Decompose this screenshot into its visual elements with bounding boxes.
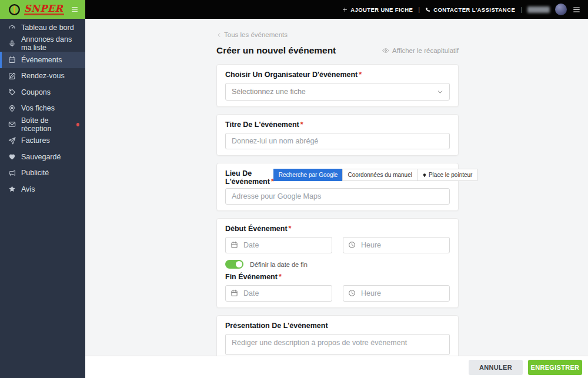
- sidebar-item-label: Tableau de bord: [21, 24, 74, 32]
- location-card: Lieu De L'événement* Recherche par Googl…: [216, 163, 459, 211]
- cancel-button[interactable]: ANNULER: [469, 360, 523, 375]
- sidebar-item-boite-de-reception[interactable]: Boîte de réception: [0, 116, 85, 133]
- end-date-toggle[interactable]: [225, 260, 243, 269]
- clock-icon: [348, 289, 356, 297]
- sidebar-item-label: Boîte de réception: [21, 116, 71, 133]
- end-event-label: Fin Événement*: [225, 273, 450, 281]
- sidebar-item-publicite[interactable]: Publicité: [0, 165, 85, 182]
- organizer-card: Choisir Un Organisateur D'événement* Sél…: [216, 64, 459, 107]
- organizer-select-value: Sélectionnez une fiche: [232, 88, 306, 96]
- sidebar-item-label: Avis: [21, 185, 35, 193]
- contact-support-label: CONTACTER L'ASSISTANCE: [433, 6, 515, 13]
- start-date-input[interactable]: [225, 237, 332, 253]
- organizer-label: Choisir Un Organisateur D'événement*: [225, 71, 450, 79]
- sidebar-item-rendez-vous[interactable]: Rendez-vous: [0, 68, 85, 85]
- required-asterisk: *: [289, 225, 292, 233]
- sidebar-item-tableau-de-bord[interactable]: Tableau de bord: [0, 19, 85, 36]
- phone-icon: [425, 7, 430, 12]
- location-tab-label: Coordonnées du manuel: [348, 172, 412, 178]
- sidebar-menu-icon[interactable]: [71, 6, 79, 13]
- heart-icon: [8, 153, 16, 160]
- add-listing-button[interactable]: AJOUTER UNE FICHE: [342, 6, 413, 13]
- event-title-input[interactable]: [225, 133, 450, 149]
- show-summary-toggle[interactable]: Afficher le récapitulatif: [382, 47, 459, 54]
- eye-icon: [382, 47, 389, 54]
- paper-plane-icon: [8, 137, 16, 145]
- calendar-icon: [230, 289, 238, 297]
- user-avatar[interactable]: [555, 4, 567, 15]
- calendar-icon: [8, 56, 16, 63]
- sidebar-item-label: Rendez-vous: [21, 72, 65, 80]
- megaphone-icon: [8, 169, 16, 177]
- description-label: Présentation De L'événement: [225, 322, 450, 330]
- location-tab-coordonnees-du-manuel[interactable]: Coordonnées du manuel: [342, 169, 417, 181]
- start-time-input[interactable]: [343, 237, 450, 253]
- chevron-down-icon: [437, 89, 443, 95]
- sidebar-item-coupons[interactable]: Coupons: [0, 84, 85, 101]
- sidebar-item-label: Événements: [21, 56, 62, 64]
- app-window: SNPER AJOUTER UNE FICHE | CONTACTER L'AS…: [0, 0, 588, 378]
- end-date-toggle-label: Définir la date de fin: [250, 261, 308, 268]
- location-address-input[interactable]: [225, 188, 450, 205]
- location-label: Lieu De L'événement*: [225, 169, 274, 186]
- start-event-label: Début Événement*: [225, 225, 450, 233]
- sidebar-item-label: Factures: [21, 136, 50, 145]
- sidebar-item-label: Publicité: [21, 169, 49, 177]
- chevron-left-icon: [216, 32, 222, 38]
- username-redacted: [527, 6, 550, 13]
- page-header: Créer un nouvel événement Afficher le ré…: [216, 45, 459, 56]
- sidebar-item-sauvegarde[interactable]: Sauvegardé: [0, 149, 85, 165]
- brand-emblem-icon: [8, 4, 21, 16]
- location-tab-recherche-par-google[interactable]: Recherche par Google: [273, 169, 343, 181]
- brand-name: SNPER: [24, 4, 64, 13]
- end-date-toggle-row: Définir la date de fin: [225, 260, 450, 269]
- calendar-icon: [230, 241, 238, 249]
- pin-icon: [422, 172, 427, 178]
- brand-logo: SNPER: [0, 0, 85, 19]
- tag-icon: [8, 88, 16, 96]
- sidebar-item-annonces-dans-ma-liste[interactable]: Annonces dans ma liste: [0, 36, 85, 52]
- form-action-bar: ANNULER ENREGISTRER: [85, 356, 588, 378]
- sidebar-item-evenements[interactable]: Événements: [0, 52, 85, 68]
- clock-icon: [348, 241, 356, 249]
- envelope-icon: [8, 121, 16, 128]
- brand-tagline: [24, 14, 64, 15]
- location-tab-place-le-pointeur[interactable]: Place le pointeur: [417, 169, 478, 181]
- microphone-icon: [8, 40, 16, 48]
- organizer-select[interactable]: Sélectionnez une fiche: [225, 83, 450, 101]
- unread-badge: [76, 123, 79, 126]
- location-tab-label: Place le pointeur: [429, 172, 473, 178]
- sidebar-nav: Tableau de bordAnnonces dans ma listeÉvé…: [0, 19, 85, 378]
- contact-support-button[interactable]: CONTACTER L'ASSISTANCE: [425, 6, 515, 13]
- end-date-input[interactable]: [225, 285, 332, 302]
- page-title: Créer un nouvel événement: [216, 45, 336, 56]
- topbar-separator: |: [520, 6, 522, 13]
- location-header: Lieu De L'événement* Recherche par Googl…: [225, 168, 450, 188]
- breadcrumb-label: Tous les événements: [224, 31, 288, 38]
- required-asterisk: *: [279, 273, 282, 281]
- form-column: Tous les événements Créer un nouvel évén…: [216, 19, 459, 378]
- required-asterisk: *: [359, 71, 362, 79]
- breadcrumb-back-link[interactable]: Tous les événements: [216, 19, 288, 38]
- save-button[interactable]: ENREGISTRER: [528, 360, 582, 375]
- topbar-menu-icon[interactable]: [572, 6, 581, 14]
- add-listing-label: AJOUTER UNE FICHE: [350, 6, 413, 13]
- sidebar-item-factures[interactable]: Factures: [0, 133, 85, 149]
- star-icon: [8, 185, 16, 193]
- sidebar-item-label: Annonces dans ma liste: [21, 35, 79, 52]
- dashboard-icon: [8, 24, 16, 31]
- dates-card: Début Événement* Définir la date de fin: [216, 218, 459, 308]
- edit-icon: [8, 72, 16, 80]
- plus-icon: [342, 7, 348, 12]
- location-mode-tabs: Recherche par GoogleCoordonnées du manue…: [274, 169, 478, 181]
- sidebar-item-vos-fiches[interactable]: Vos fiches: [0, 101, 85, 117]
- title-card: Titre De L'événement*: [216, 114, 459, 156]
- description-textarea[interactable]: [225, 334, 450, 355]
- sidebar-item-label: Vos fiches: [21, 104, 55, 112]
- sidebar-item-avis[interactable]: Avis: [0, 181, 85, 198]
- required-asterisk: *: [300, 121, 303, 129]
- map-pin-icon: [8, 105, 16, 112]
- end-time-input[interactable]: [343, 285, 450, 302]
- main-area: Tous les événements Créer un nouvel évén…: [85, 19, 588, 378]
- topbar-separator: |: [418, 6, 420, 13]
